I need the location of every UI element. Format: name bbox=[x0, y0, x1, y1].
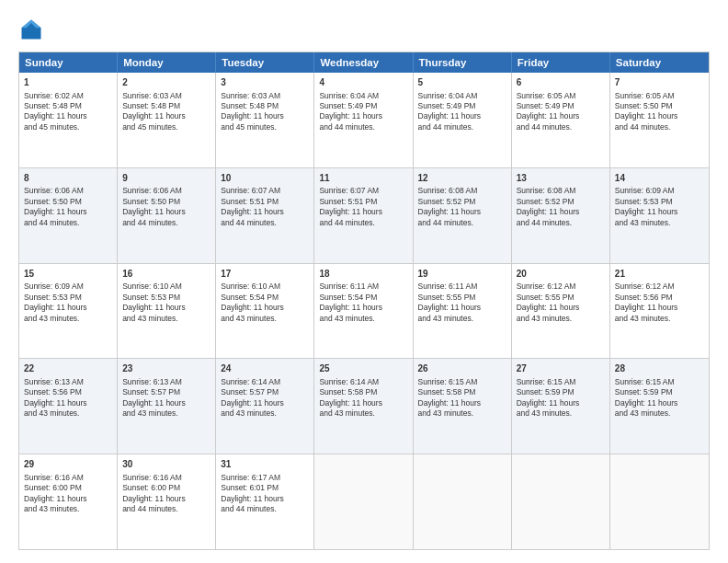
day-info-line: and 45 minutes. bbox=[221, 122, 309, 132]
day-info-line: and 44 minutes. bbox=[517, 218, 605, 228]
day-number: 12 bbox=[418, 172, 506, 185]
day-info-line: Sunrise: 6:15 AM bbox=[418, 377, 506, 387]
day-info-line: Daylight: 11 hours bbox=[418, 398, 506, 408]
day-info-line: Sunset: 5:55 PM bbox=[517, 293, 605, 303]
calendar-cell-8: 8Sunrise: 6:06 AMSunset: 5:50 PMDaylight… bbox=[19, 168, 118, 263]
day-info-line: Daylight: 11 hours bbox=[319, 303, 407, 313]
day-info-line: Daylight: 11 hours bbox=[122, 111, 210, 121]
calendar-cell-16: 16Sunrise: 6:10 AMSunset: 5:53 PMDayligh… bbox=[118, 264, 216, 359]
calendar-cell-12: 12Sunrise: 6:08 AMSunset: 5:52 PMDayligh… bbox=[414, 168, 512, 263]
calendar-cell-empty-4-3 bbox=[314, 454, 413, 549]
day-number: 7 bbox=[615, 76, 704, 89]
day-info-line: Sunrise: 6:06 AM bbox=[122, 186, 210, 196]
day-info-line: Sunrise: 6:08 AM bbox=[418, 186, 506, 196]
day-info-line: Sunset: 5:51 PM bbox=[221, 197, 309, 207]
calendar-cell-1: 1Sunrise: 6:02 AMSunset: 5:48 PMDaylight… bbox=[19, 73, 118, 167]
day-info-line: Daylight: 11 hours bbox=[319, 111, 407, 121]
day-info-line: Sunset: 5:53 PM bbox=[615, 197, 704, 207]
logo-icon bbox=[18, 17, 44, 42]
day-info-line: Sunrise: 6:04 AM bbox=[418, 91, 506, 101]
day-info-line: Sunset: 5:59 PM bbox=[517, 387, 605, 397]
day-number: 24 bbox=[221, 362, 309, 375]
day-info-line: and 43 minutes. bbox=[615, 408, 704, 419]
day-info-line: Sunset: 5:48 PM bbox=[122, 101, 210, 111]
day-number: 30 bbox=[122, 458, 210, 471]
day-number: 1 bbox=[24, 76, 112, 89]
day-info-line: and 44 minutes. bbox=[319, 218, 407, 228]
day-info-line: Sunrise: 6:07 AM bbox=[221, 186, 309, 196]
day-number: 8 bbox=[24, 172, 112, 185]
day-info-line: Sunset: 5:58 PM bbox=[319, 387, 407, 397]
calendar-cell-17: 17Sunrise: 6:10 AMSunset: 5:54 PMDayligh… bbox=[216, 264, 314, 359]
day-info-line: Daylight: 11 hours bbox=[122, 207, 210, 217]
calendar-cell-19: 19Sunrise: 6:11 AMSunset: 5:55 PMDayligh… bbox=[414, 264, 512, 359]
day-info-line: and 43 minutes. bbox=[24, 314, 112, 324]
day-number: 31 bbox=[221, 458, 309, 471]
day-info-line: Daylight: 11 hours bbox=[221, 111, 309, 121]
day-number: 23 bbox=[122, 362, 210, 375]
day-info-line: Sunrise: 6:03 AM bbox=[221, 91, 309, 101]
day-info-line: Sunrise: 6:06 AM bbox=[24, 186, 112, 196]
day-info-line: Sunset: 5:57 PM bbox=[122, 387, 210, 397]
day-info-line: Sunset: 5:53 PM bbox=[122, 293, 210, 303]
day-info-line: Sunset: 5:57 PM bbox=[221, 387, 309, 397]
day-number: 25 bbox=[319, 362, 407, 375]
day-number: 11 bbox=[319, 172, 407, 185]
day-info-line: Sunrise: 6:12 AM bbox=[517, 282, 605, 292]
calendar-cell-30: 30Sunrise: 6:16 AMSunset: 6:00 PMDayligh… bbox=[118, 454, 216, 549]
day-info-line: Sunrise: 6:16 AM bbox=[122, 473, 210, 483]
day-info-line: Daylight: 11 hours bbox=[24, 303, 112, 313]
day-number: 5 bbox=[418, 76, 506, 89]
day-info-line: Sunset: 5:55 PM bbox=[418, 293, 506, 303]
day-number: 27 bbox=[517, 362, 605, 375]
day-info-line: Sunset: 5:56 PM bbox=[24, 387, 112, 397]
day-info-line: Daylight: 11 hours bbox=[122, 398, 210, 408]
day-info-line: Sunset: 6:01 PM bbox=[221, 483, 309, 493]
day-info-line: Daylight: 11 hours bbox=[24, 111, 112, 121]
day-info-line: Daylight: 11 hours bbox=[221, 207, 309, 217]
day-number: 20 bbox=[517, 268, 605, 281]
day-number: 10 bbox=[221, 172, 309, 185]
day-info-line: Sunrise: 6:07 AM bbox=[319, 186, 407, 196]
day-info-line: Sunset: 5:50 PM bbox=[615, 101, 704, 111]
day-info-line: Sunset: 5:53 PM bbox=[24, 293, 112, 303]
day-info-line: and 45 minutes. bbox=[122, 122, 210, 132]
day-info-line: and 44 minutes. bbox=[615, 122, 704, 132]
day-info-line: and 43 minutes. bbox=[418, 408, 506, 419]
day-info-line: and 44 minutes. bbox=[418, 122, 506, 132]
day-number: 29 bbox=[24, 458, 112, 471]
day-info-line: Daylight: 11 hours bbox=[319, 398, 407, 408]
calendar-cell-empty-4-6 bbox=[610, 454, 709, 549]
day-info-line: Sunset: 5:50 PM bbox=[24, 197, 112, 207]
day-info-line: Daylight: 11 hours bbox=[221, 494, 309, 504]
day-info-line: Sunrise: 6:05 AM bbox=[517, 91, 605, 101]
day-info-line: and 45 minutes. bbox=[24, 122, 112, 132]
day-number: 2 bbox=[122, 76, 210, 89]
day-number: 28 bbox=[615, 362, 704, 375]
calendar-cell-empty-4-4 bbox=[414, 454, 512, 549]
calendar-cell-18: 18Sunrise: 6:11 AMSunset: 5:54 PMDayligh… bbox=[314, 264, 413, 359]
day-info-line: Daylight: 11 hours bbox=[24, 494, 112, 504]
day-info-line: Daylight: 11 hours bbox=[221, 398, 309, 408]
day-number: 6 bbox=[517, 76, 605, 89]
day-info-line: Sunrise: 6:03 AM bbox=[122, 91, 210, 101]
day-info-line: and 44 minutes. bbox=[221, 504, 309, 514]
day-info-line: and 44 minutes. bbox=[122, 504, 210, 514]
day-number: 22 bbox=[24, 362, 112, 375]
calendar-cell-21: 21Sunrise: 6:12 AMSunset: 5:56 PMDayligh… bbox=[610, 264, 709, 359]
day-info-line: and 44 minutes. bbox=[418, 218, 506, 228]
day-info-line: Sunset: 5:52 PM bbox=[517, 197, 605, 207]
day-info-line: Sunrise: 6:15 AM bbox=[615, 377, 704, 387]
day-info-line: Daylight: 11 hours bbox=[122, 303, 210, 313]
day-number: 19 bbox=[418, 268, 506, 281]
calendar-cell-7: 7Sunrise: 6:05 AMSunset: 5:50 PMDaylight… bbox=[610, 73, 709, 167]
day-info-line: Sunset: 5:51 PM bbox=[319, 197, 407, 207]
day-info-line: Sunset: 5:49 PM bbox=[319, 101, 407, 111]
day-info-line: Sunrise: 6:09 AM bbox=[615, 186, 704, 196]
day-info-line: and 44 minutes. bbox=[122, 218, 210, 228]
day-info-line: Sunrise: 6:14 AM bbox=[221, 377, 309, 387]
day-info-line: Daylight: 11 hours bbox=[615, 398, 704, 408]
day-number: 13 bbox=[517, 172, 605, 185]
day-info-line: Daylight: 11 hours bbox=[418, 303, 506, 313]
calendar-cell-11: 11Sunrise: 6:07 AMSunset: 5:51 PMDayligh… bbox=[314, 168, 413, 263]
